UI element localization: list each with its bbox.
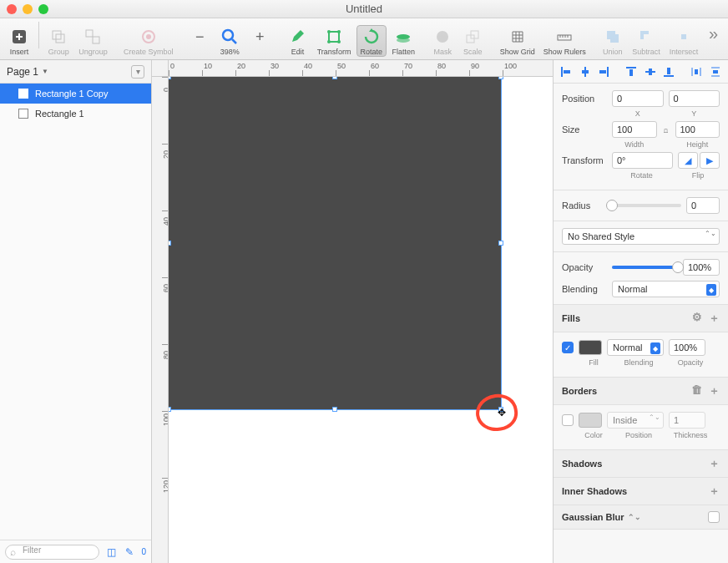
fill-blend-select[interactable]: Normal xyxy=(607,339,664,356)
distribute-v-button[interactable] xyxy=(708,65,723,79)
align-bar xyxy=(554,60,728,84)
distribute-h-button[interactable] xyxy=(689,65,704,79)
ruler-horizontal[interactable]: 0102030405060708090100 xyxy=(169,60,553,77)
width-input[interactable]: 100 xyxy=(612,121,657,138)
blending-select[interactable]: Normal xyxy=(612,281,720,297)
shared-style-select[interactable]: No Shared Style xyxy=(562,228,720,245)
layer-item[interactable]: Rectangle 1 Copy xyxy=(0,84,151,104)
rotate-cursor-icon: ✥ xyxy=(498,407,506,418)
chevron-down-icon: ▼ xyxy=(42,68,48,75)
resize-handle-e[interactable] xyxy=(498,241,503,246)
align-top-button[interactable] xyxy=(624,65,639,79)
svg-point-13 xyxy=(337,40,341,43)
svg-rect-3 xyxy=(86,30,93,37)
selection-box xyxy=(168,76,502,410)
rulers-icon xyxy=(554,27,574,47)
zoom-in-button[interactable]: + xyxy=(245,25,274,57)
align-hcenter-button[interactable] xyxy=(578,65,593,79)
add-border-button[interactable]: ＋ xyxy=(709,383,720,398)
rotate-button[interactable]: Rotate xyxy=(356,25,387,57)
filter-input[interactable]: Filter xyxy=(5,545,99,560)
flatten-icon xyxy=(393,27,413,47)
ungroup-button[interactable]: Ungroup xyxy=(75,25,112,57)
show-rulers-button[interactable]: Show Rulers xyxy=(540,25,589,57)
subtract-icon xyxy=(636,27,656,47)
plus-small-icon: + xyxy=(250,27,270,47)
add-fill-button[interactable]: ＋ xyxy=(709,311,720,326)
border-color-chip[interactable] xyxy=(579,413,602,428)
show-grid-button[interactable]: Show Grid xyxy=(497,25,538,57)
subtract-button[interactable]: Subtract xyxy=(629,25,665,57)
scale-button[interactable]: Scale xyxy=(458,25,487,57)
svg-rect-9 xyxy=(329,32,339,42)
align-vcenter-button[interactable] xyxy=(643,65,658,79)
lock-aspect-button[interactable]: ⩍ xyxy=(662,125,670,134)
svg-point-12 xyxy=(327,40,331,43)
blur-enabled-checkbox[interactable] xyxy=(708,511,720,523)
flip-v-button[interactable]: ▶ xyxy=(700,152,720,169)
edit-button[interactable]: Edit xyxy=(283,25,311,57)
trash-icon[interactable]: 🗑 xyxy=(691,383,702,398)
page-label: Page 1 xyxy=(7,66,38,78)
toolbar-overflow-button[interactable]: » xyxy=(704,24,723,43)
fill-enabled-checkbox[interactable]: ✓ xyxy=(562,342,574,353)
border-enabled-checkbox[interactable] xyxy=(562,414,574,426)
align-bottom-button[interactable] xyxy=(661,65,676,79)
zoom-out-button[interactable]: − xyxy=(185,25,214,57)
position-y-input[interactable]: 0 xyxy=(669,90,720,107)
blur-header[interactable]: Gaussian Blur⌃⌄ xyxy=(554,505,728,530)
rectangle-icon xyxy=(18,89,28,99)
inner-shadows-header[interactable]: Inner Shadows＋ xyxy=(554,478,728,505)
fill-opacity-input[interactable]: 100% xyxy=(669,339,705,356)
opacity-slider[interactable] xyxy=(612,266,678,269)
insert-button[interactable]: Insert xyxy=(5,25,33,57)
sidebar-footer: Filter ◫ ✎ 0 xyxy=(0,540,151,563)
add-shadow-button[interactable]: ＋ xyxy=(709,456,720,471)
intersect-icon xyxy=(674,27,694,47)
group-button[interactable]: Group xyxy=(44,25,73,57)
zoom-tool[interactable]: 398% xyxy=(215,25,244,57)
artboard-toggle-button[interactable]: ▾ xyxy=(131,65,144,79)
ruler-origin[interactable] xyxy=(152,60,169,77)
create-symbol-button[interactable]: Create Symbol xyxy=(121,25,176,57)
rotate-input[interactable]: 0° xyxy=(612,152,673,169)
shadows-header[interactable]: Shadows＋ xyxy=(554,450,728,478)
opacity-input[interactable]: 100% xyxy=(683,259,720,276)
transform-button[interactable]: Transform xyxy=(313,25,354,57)
canvas-area[interactable]: 0102030405060708090100 020406080100120 ✥ xyxy=(152,60,553,563)
fill-color-chip[interactable] xyxy=(579,340,602,355)
position-x-input[interactable]: 0 xyxy=(612,90,664,107)
symbol-icon xyxy=(139,27,159,47)
border-thickness-input[interactable]: 1 xyxy=(669,412,705,429)
radius-slider[interactable] xyxy=(612,204,681,207)
layer-item[interactable]: Rectangle 1 xyxy=(0,104,151,124)
border-position-select[interactable]: Inside xyxy=(607,412,664,429)
pages-icon[interactable]: ◫ xyxy=(104,546,118,558)
gear-icon[interactable]: ⚙ xyxy=(692,311,702,326)
svg-rect-2 xyxy=(56,34,64,43)
svg-point-10 xyxy=(327,30,331,33)
page-selector[interactable]: Page 1 ▼ ▾ xyxy=(0,60,151,84)
svg-rect-26 xyxy=(599,70,606,74)
add-inner-shadow-button[interactable]: ＋ xyxy=(709,484,720,499)
flatten-button[interactable]: Flatten xyxy=(388,25,419,57)
resize-handle-s[interactable] xyxy=(332,407,337,412)
svg-rect-32 xyxy=(667,68,670,74)
slice-icon[interactable]: ✎ xyxy=(123,546,136,558)
align-left-button[interactable] xyxy=(559,65,574,79)
ruler-vertical[interactable]: 020406080100120 xyxy=(152,77,169,563)
union-button[interactable]: Union xyxy=(599,25,627,57)
svg-rect-38 xyxy=(713,70,718,74)
transform-icon xyxy=(324,27,344,47)
canvas[interactable]: ✥ xyxy=(169,77,553,563)
intersect-button[interactable]: Intersect xyxy=(665,25,702,57)
mask-button[interactable]: Mask xyxy=(428,25,457,57)
height-input[interactable]: 100 xyxy=(675,121,720,138)
inspector-panel: Position 0 0 XY Size 100 ⩍ 100 WidthHeig… xyxy=(553,60,728,563)
flip-h-button[interactable]: ◢ xyxy=(678,152,698,169)
rotate-icon xyxy=(361,27,382,47)
svg-rect-30 xyxy=(649,68,652,75)
svg-rect-19 xyxy=(558,35,571,40)
align-right-button[interactable] xyxy=(596,65,611,79)
radius-input[interactable]: 0 xyxy=(686,197,720,214)
